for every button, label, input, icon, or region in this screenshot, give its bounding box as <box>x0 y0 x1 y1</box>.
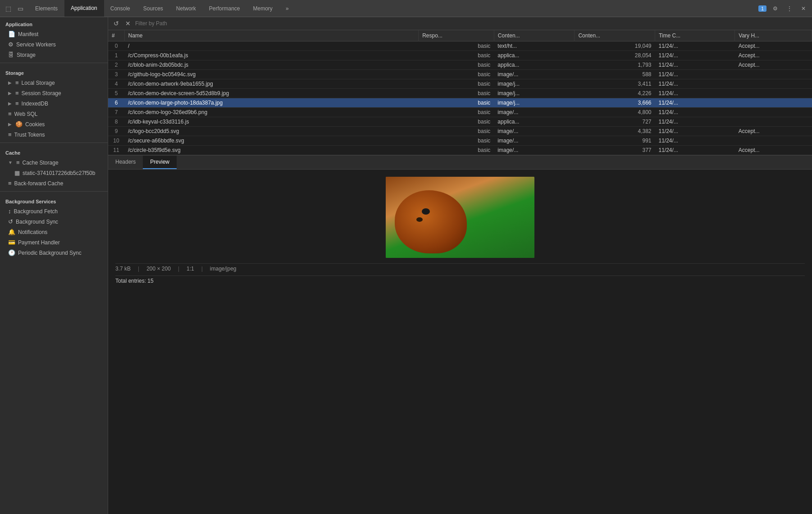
cell-index: 7 <box>108 108 124 117</box>
periodic-bg-sync-icon: 🕐 <box>8 249 15 256</box>
sidebar-item-background-fetch[interactable]: ↕ Background Fetch <box>0 206 108 216</box>
cell-vary <box>735 136 812 146</box>
preview-meta: 3.7 kB | 200 × 200 | 1:1 | image/jpeg <box>115 263 805 275</box>
sidebar-label-cookies: Cookies <box>25 121 45 128</box>
table-row[interactable]: 8 /c/idb-keyval-c33d3116.js basic applic… <box>108 117 812 127</box>
sidebar-item-notifications[interactable]: 🔔 Notifications <box>0 227 108 237</box>
storage-top-icon: 🗄 <box>8 51 14 58</box>
sidebar-item-periodic-bg-sync[interactable]: 🕐 Periodic Background Sync <box>0 248 108 258</box>
table-row[interactable]: 1 /c/Compress-00b1eafa.js basic applica.… <box>108 51 812 60</box>
sidebar-label-notifications: Notifications <box>18 229 47 235</box>
cell-content-type: image/j... <box>494 89 575 98</box>
sidebar-item-payment-handler[interactable]: 💳 Payment Handler <box>0 237 108 248</box>
col-header-content-length: Conten... <box>575 30 655 41</box>
cell-response: basic <box>419 117 494 127</box>
sidebar-label-payment-handler: Payment Handler <box>18 239 60 246</box>
meta-sep-1: | <box>138 266 139 272</box>
sidebar-label-trust-tokens: Trust Tokens <box>14 132 45 138</box>
cell-response: basic <box>419 108 494 117</box>
cell-content-length: 727 <box>575 117 655 127</box>
cell-time: 11/24/... <box>655 117 734 127</box>
cell-response: basic <box>419 70 494 79</box>
preview-image <box>386 177 534 258</box>
cell-vary: Accept... <box>735 127 812 136</box>
table-row[interactable]: 7 /c/icon-demo-logo-326ed9b6.png basic i… <box>108 108 812 117</box>
sidebar-item-service-workers[interactable]: ⚙ Service Workers <box>0 39 108 50</box>
cell-vary <box>735 89 812 98</box>
panda-eye <box>422 208 430 215</box>
sidebar-item-storage-top[interactable]: 🗄 Storage <box>0 50 108 60</box>
filter-input[interactable] <box>135 20 808 27</box>
tab-network[interactable]: Network <box>170 0 203 17</box>
table-row[interactable]: 3 /c/github-logo-bc05494c.svg basic imag… <box>108 70 812 79</box>
cookies-icon: 🍪 <box>15 121 23 128</box>
sidebar-item-cache-entry[interactable]: ▦ static-3741017226db5c27f50b <box>0 168 108 178</box>
expand-local-storage-icon: ▶ <box>8 80 12 85</box>
cell-vary <box>735 98 812 108</box>
table-row[interactable]: 9 /c/logo-bcc20dd5.svg basic image/... 4… <box>108 127 812 136</box>
sidebar-label-storage-top: Storage <box>17 52 36 58</box>
cell-content-type: image/... <box>494 136 575 146</box>
cell-index: 4 <box>108 79 124 89</box>
select-icon[interactable]: ⬚ <box>4 3 13 14</box>
cell-vary: Accept... <box>735 146 812 155</box>
cell-content-type: applica... <box>494 60 575 70</box>
tab-elements[interactable]: Elements <box>29 0 64 17</box>
sidebar-item-trust-tokens[interactable]: ≡ Trust Tokens <box>0 129 108 140</box>
table-row[interactable]: 4 /c/icon-demo-artwork-9eba1655.jpg basi… <box>108 79 812 89</box>
close-icon[interactable]: ✕ <box>798 4 808 14</box>
sidebar-item-web-sql[interactable]: ≡ Web SQL <box>0 109 108 119</box>
col-header-vary: Vary H... <box>735 30 812 41</box>
cell-name: /c/icon-demo-artwork-9eba1655.jpg <box>124 79 419 89</box>
table-row[interactable]: 0 / basic text/ht... 19,049 11/24/... Ac… <box>108 41 812 51</box>
cell-vary: Accept... <box>735 60 812 70</box>
table-row[interactable]: 6 /c/icon-demo-large-photo-18da387a.jpg … <box>108 98 812 108</box>
tab-console[interactable]: Console <box>104 0 137 17</box>
cell-content-type: image/j... <box>494 98 575 108</box>
total-entries: Total entries: 15 <box>115 275 805 286</box>
clear-button[interactable]: ✕ <box>123 19 132 28</box>
sidebar-label-cache-storage: Cache Storage <box>23 160 59 166</box>
sidebar-section-storage: Storage <box>0 66 108 78</box>
table-row[interactable]: 5 /c/icon-demo-device-screen-5d52d8b9.jp… <box>108 89 812 98</box>
cell-content-type: applica... <box>494 117 575 127</box>
tab-preview[interactable]: Preview <box>143 156 177 169</box>
sidebar-item-manifest[interactable]: 📄 Manifest <box>0 29 108 39</box>
top-right-actions: 1 ⚙ ⋮ ✕ <box>755 4 812 14</box>
col-header-index: # <box>108 30 124 41</box>
preview-type: image/jpeg <box>210 266 237 272</box>
cell-content-length: 1,793 <box>575 60 655 70</box>
sidebar-label-service-workers: Service Workers <box>16 41 56 48</box>
device-icon[interactable]: ▭ <box>16 3 25 14</box>
refresh-button[interactable]: ↺ <box>112 19 121 28</box>
tab-memory[interactable]: Memory <box>247 0 279 17</box>
sidebar-item-indexeddb[interactable]: ▶ ≡ IndexedDB <box>0 98 108 109</box>
sidebar-item-back-forward-cache[interactable]: ≡ Back-forward Cache <box>0 178 108 188</box>
sidebar-item-cookies[interactable]: ▶ 🍪 Cookies <box>0 119 108 129</box>
cell-response: basic <box>419 60 494 70</box>
sidebar: Application 📄 Manifest ⚙ Service Workers… <box>0 17 108 514</box>
cell-time: 11/24/... <box>655 136 734 146</box>
cell-response: basic <box>419 146 494 155</box>
sidebar-item-cache-storage[interactable]: ▼ ≡ Cache Storage <box>0 157 108 168</box>
settings-icon[interactable]: ⚙ <box>770 4 780 14</box>
table-row[interactable]: 11 /c/circle-b35f9d5e.svg basic image/..… <box>108 146 812 155</box>
tab-headers[interactable]: Headers <box>108 156 143 169</box>
cell-index: 1 <box>108 51 124 60</box>
cell-content-length: 4,382 <box>575 127 655 136</box>
tab-sources[interactable]: Sources <box>137 0 170 17</box>
cell-time: 11/24/... <box>655 60 734 70</box>
more-options-icon[interactable]: ⋮ <box>784 4 795 14</box>
cell-content-type: text/ht... <box>494 41 575 51</box>
sidebar-item-session-storage[interactable]: ▶ ≡ Session Storage <box>0 88 108 98</box>
table-row[interactable]: 10 /c/secure-a66bbdfe.svg basic image/..… <box>108 136 812 146</box>
session-storage-icon: ≡ <box>15 90 19 96</box>
trust-tokens-icon: ≡ <box>8 131 12 138</box>
table-row[interactable]: 2 /c/blob-anim-2db05bdc.js basic applica… <box>108 60 812 70</box>
tab-application[interactable]: Application <box>64 0 104 17</box>
web-sql-icon: ≡ <box>8 110 12 117</box>
tab-more[interactable]: » <box>279 0 296 17</box>
sidebar-item-local-storage[interactable]: ▶ ≡ Local Storage <box>0 78 108 88</box>
sidebar-item-background-sync[interactable]: ↺ Background Sync <box>0 216 108 227</box>
tab-performance[interactable]: Performance <box>203 0 247 17</box>
